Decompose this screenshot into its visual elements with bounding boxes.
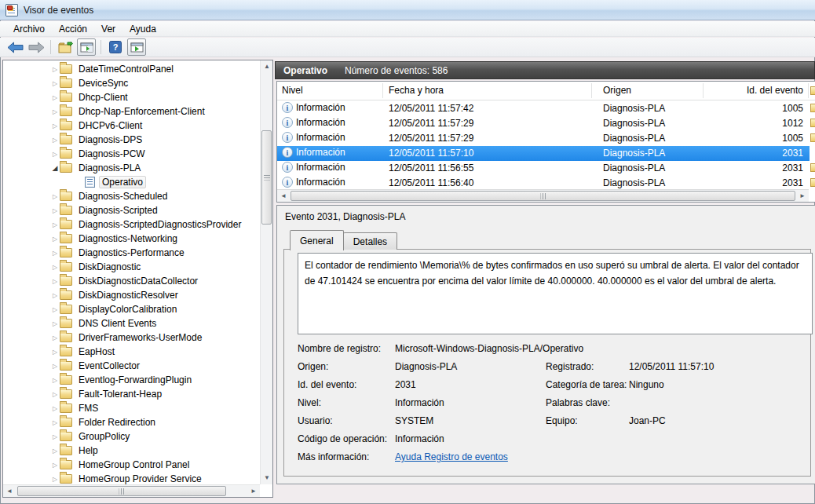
- column-header-1[interactable]: Fecha y hora: [389, 85, 444, 96]
- expander-icon[interactable]: ▷: [50, 363, 60, 370]
- menu-ver[interactable]: Ver: [94, 22, 122, 36]
- expander-icon[interactable]: ▷: [50, 151, 60, 158]
- expander-icon[interactable]: ▷: [50, 462, 60, 469]
- event-description[interactable]: El contador de rendimiento \Memoria\% de…: [298, 253, 813, 334]
- events-horizontal-scrollbar[interactable]: ◄ ►: [277, 189, 809, 202]
- tab-general[interactable]: General: [290, 230, 344, 250]
- expander-icon[interactable]: ▷: [50, 108, 60, 115]
- expander-icon[interactable]: ▷: [50, 292, 60, 299]
- tree-item[interactable]: ▷ DHCPv6-Client: [50, 119, 144, 133]
- tree-item[interactable]: ▷ HomeGroup Provider Service: [50, 472, 204, 484]
- tree-item[interactable]: ▷ DeviceSync: [50, 76, 130, 90]
- open-saved-log-button[interactable]: [56, 38, 75, 56]
- expander-icon[interactable]: ▷: [50, 405, 60, 412]
- expander-icon[interactable]: ▷: [50, 264, 60, 271]
- tree-item[interactable]: ▷ FMS: [50, 401, 101, 415]
- event-row[interactable]: i Información 12/05/2011 11:56:55 Diagno…: [277, 161, 810, 176]
- show-action-pane-button[interactable]: [127, 38, 146, 56]
- tree-item[interactable]: ▷ DateTimeControlPanel: [50, 62, 176, 76]
- expander-icon[interactable]: ▷: [50, 320, 60, 327]
- tree-item[interactable]: ▷ Diagnostics-Networking: [50, 232, 180, 246]
- events-hscroll-thumb[interactable]: [291, 191, 795, 201]
- expander-icon[interactable]: ▷: [50, 419, 60, 426]
- forward-button[interactable]: [27, 38, 46, 56]
- tree-item[interactable]: ▷ EventCollector: [50, 359, 142, 373]
- tree-item[interactable]: ▷ Diagnosis-Scripted: [50, 203, 160, 217]
- tree-item[interactable]: ▷ Dhcp-Nap-Enforcement-Client: [50, 104, 207, 119]
- tree-item[interactable]: ▷ Diagnosis-Scheduled: [50, 189, 170, 203]
- expander-icon[interactable]: ▷: [50, 433, 60, 440]
- expander-icon[interactable]: ◢: [50, 164, 60, 172]
- scroll-up-icon[interactable]: ▲: [261, 60, 273, 73]
- expander-icon[interactable]: ▷: [50, 236, 60, 243]
- tree-item[interactable]: ◢ Diagnosis-PLA: [50, 161, 143, 175]
- tree-item[interactable]: ▷ Eventlog-ForwardingPlugin: [50, 373, 194, 387]
- tree-vertical-scrollbar[interactable]: ▲ ▼: [260, 60, 272, 484]
- show-console-tree-button[interactable]: [77, 38, 96, 56]
- expander-icon[interactable]: ▷: [50, 122, 60, 130]
- tree-item[interactable]: ▷ Diagnosis-PCW: [50, 147, 148, 161]
- tree-vscroll-thumb[interactable]: [261, 130, 272, 225]
- tree-item[interactable]: Operativo: [75, 175, 146, 189]
- menu-ayuda[interactable]: Ayuda: [122, 22, 163, 36]
- expander-icon[interactable]: ▷: [50, 447, 60, 455]
- column-header-3[interactable]: Id. del evento: [707, 85, 803, 96]
- tree-item[interactable]: ▷ HomeGroup Control Panel: [50, 458, 192, 472]
- expander-icon[interactable]: ▷: [50, 80, 60, 87]
- tree-item[interactable]: ▷ Diagnosis-DPS: [50, 133, 144, 147]
- column-separator[interactable]: [703, 83, 704, 98]
- scroll-right-icon[interactable]: ►: [796, 190, 809, 203]
- tree-item[interactable]: ▷ DriverFrameworks-UserMode: [50, 331, 204, 345]
- scroll-down-icon[interactable]: ▼: [261, 472, 273, 484]
- menu-archivo[interactable]: Archivo: [6, 22, 52, 36]
- expander-icon[interactable]: ▷: [50, 306, 60, 313]
- expander-icon[interactable]: ▷: [50, 334, 60, 341]
- menu-accion[interactable]: Acción: [52, 22, 94, 36]
- folder-icon: [60, 220, 72, 229]
- event-row[interactable]: i Información 12/05/2011 11:57:29 Diagno…: [277, 131, 810, 146]
- expander-icon[interactable]: ▷: [50, 476, 60, 483]
- expander-icon[interactable]: ▷: [50, 278, 60, 285]
- tree-item[interactable]: ▷ DNS Client Events: [50, 316, 159, 331]
- tree-item[interactable]: ▷ DiskDiagnosticResolver: [50, 288, 181, 302]
- tree-item[interactable]: ▷ Diagnostics-Performance: [50, 246, 187, 260]
- back-button[interactable]: [5, 38, 24, 56]
- help-button[interactable]: ?: [106, 38, 125, 56]
- expander-icon[interactable]: ▷: [50, 391, 60, 398]
- tree-item[interactable]: ▷ Diagnosis-ScriptedDiagnosticsProvider: [50, 217, 243, 232]
- tree-item[interactable]: ▷ Fault-Tolerant-Heap: [50, 387, 164, 401]
- tree-item[interactable]: ▷ Dhcp-Client: [50, 90, 130, 104]
- expander-icon[interactable]: ▷: [50, 137, 60, 144]
- tree-item[interactable]: ▷ EapHost: [50, 345, 117, 359]
- expander-icon[interactable]: ▷: [50, 193, 60, 200]
- scroll-left-icon[interactable]: ◄: [3, 485, 16, 498]
- expander-icon[interactable]: ▷: [50, 66, 60, 73]
- expander-icon[interactable]: ▷: [50, 349, 60, 356]
- tree-item[interactable]: ▷ Folder Redirection: [50, 415, 158, 429]
- column-separator[interactable]: [382, 83, 383, 98]
- titlebar[interactable]: Visor de eventos: [0, 0, 815, 20]
- expander-icon[interactable]: ▷: [50, 221, 60, 228]
- scroll-left-icon[interactable]: ◄: [277, 190, 290, 203]
- event-row[interactable]: i Información 12/05/2011 11:57:10 Diagno…: [277, 146, 810, 161]
- tree-item[interactable]: ▷ Help: [50, 444, 101, 458]
- column-header-2[interactable]: Origen: [603, 85, 631, 96]
- tree-item[interactable]: ▷ GroupPolicy: [50, 429, 132, 444]
- event-row[interactable]: i Información 12/05/2011 11:57:29 Diagno…: [277, 116, 810, 131]
- expander-icon[interactable]: ▷: [50, 94, 60, 101]
- column-header-0[interactable]: Nivel: [282, 85, 303, 96]
- tree-item[interactable]: ▷ DisplayColorCalibration: [50, 302, 179, 316]
- column-separator[interactable]: [591, 83, 592, 98]
- event-row[interactable]: i Información 12/05/2011 11:57:42 Diagno…: [277, 101, 810, 116]
- expander-icon[interactable]: ▷: [50, 377, 60, 384]
- tree-item[interactable]: ▷ DiskDiagnostic: [50, 260, 143, 274]
- expander-icon[interactable]: ▷: [50, 250, 60, 257]
- tab-detalles[interactable]: Detalles: [343, 232, 397, 250]
- tree-hscroll-thumb[interactable]: [17, 486, 226, 496]
- column-separator[interactable]: [808, 83, 809, 98]
- scroll-right-icon[interactable]: ►: [247, 485, 260, 498]
- tree-horizontal-scrollbar[interactable]: ◄ ►: [3, 484, 260, 497]
- event-log-help-link[interactable]: Ayuda Registro de eventos: [395, 451, 508, 462]
- expander-icon[interactable]: ▷: [50, 207, 60, 214]
- tree-item[interactable]: ▷ DiskDiagnosticDataCollector: [50, 274, 200, 288]
